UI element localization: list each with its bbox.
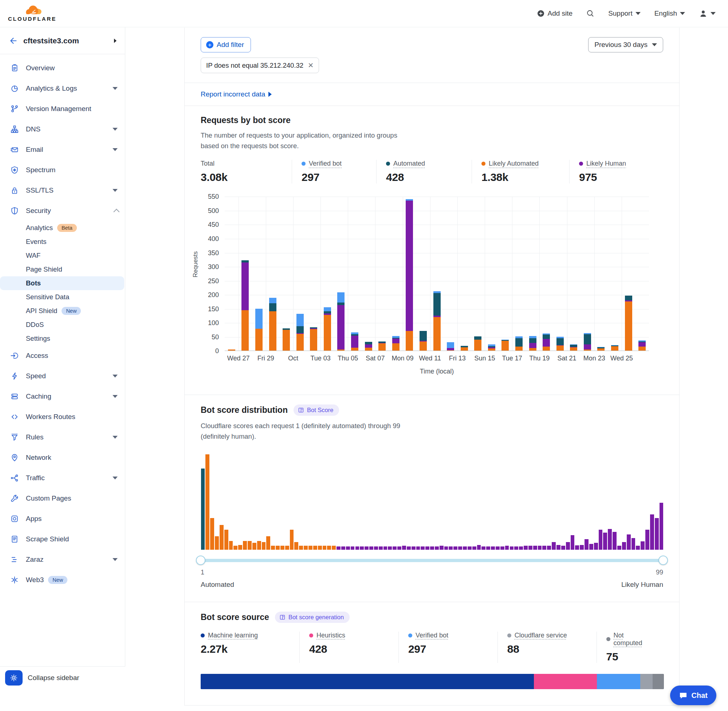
stacked-bar[interactable] <box>255 309 263 351</box>
sidebar-item-zaraz[interactable]: Zaraz <box>0 549 125 570</box>
remove-filter-icon[interactable]: ✕ <box>308 61 313 69</box>
sidebar-item-access[interactable]: Access <box>0 345 125 366</box>
stacked-bar[interactable] <box>488 344 495 351</box>
legend-dot <box>201 633 205 637</box>
stacked-bar[interactable] <box>584 333 591 351</box>
stat-label[interactable]: Heuristics <box>316 631 345 639</box>
support-menu[interactable]: Support <box>608 9 641 18</box>
language-menu[interactable]: English <box>654 9 685 18</box>
report-incorrect-data-link[interactable]: Report incorrect data <box>201 90 272 98</box>
sidebar-item-label: Spectrum <box>26 166 55 174</box>
stat-label[interactable]: Likely Automated <box>489 160 539 167</box>
sidebar-subitem-ddos[interactable]: DDoS <box>0 318 125 332</box>
stacked-bar[interactable] <box>269 298 276 351</box>
sidebar-item-speed[interactable]: Speed <box>0 366 125 386</box>
sidebar-item-workers-routes[interactable]: Workers Routes <box>0 407 125 427</box>
sidebar-item-spectrum[interactable]: Spectrum <box>0 160 125 180</box>
stat-label[interactable]: Likely Human <box>586 160 626 167</box>
sidebar-subitem-api-shield[interactable]: API ShieldNew <box>0 304 125 318</box>
sidebar-item-overview[interactable]: Overview <box>0 58 125 78</box>
slider-handle-max[interactable] <box>659 556 668 565</box>
search-button[interactable] <box>586 9 594 18</box>
add-filter-button[interactable]: + Add filter <box>201 37 251 52</box>
stat-label[interactable]: Verified bot <box>309 160 342 167</box>
account-menu[interactable] <box>699 9 716 18</box>
histogram-bar-score-18 <box>281 546 284 549</box>
bot-score-generation-doc-badge[interactable]: Bot score generation <box>275 612 350 623</box>
sidebar-item-security[interactable]: Security <box>0 201 125 221</box>
stacked-bar[interactable] <box>557 337 564 351</box>
x-axis-tick: Sun 15 <box>474 355 495 362</box>
stacked-bar[interactable] <box>419 331 427 351</box>
stacked-bar[interactable] <box>461 346 468 351</box>
sidebar-subitem-analytics[interactable]: AnalyticsBeta <box>0 221 125 235</box>
y-axis-title: Requests <box>192 252 199 278</box>
sidebar-item-web3[interactable]: Web3New <box>0 570 125 590</box>
stacked-bar[interactable] <box>529 336 536 351</box>
stacked-bar[interactable] <box>638 341 646 351</box>
stacked-bar[interactable] <box>392 336 400 351</box>
back-arrow-icon[interactable] <box>9 36 18 45</box>
stacked-bar[interactable] <box>241 260 249 351</box>
sidebar-subitem-settings[interactable]: Settings <box>0 332 125 345</box>
stat-value: 75 <box>606 651 653 663</box>
slider-handle-min[interactable] <box>196 556 205 565</box>
sidebar-item-analytics-logs[interactable]: Analytics & Logs <box>0 78 125 99</box>
slider-track[interactable] <box>201 559 663 562</box>
collapse-sidebar-label[interactable]: Collapse sidebar <box>28 674 80 682</box>
sidebar-item-custom-pages[interactable]: Custom Pages <box>0 488 125 509</box>
stacked-bar[interactable] <box>228 350 235 351</box>
sidebar-item-network[interactable]: Network <box>0 447 125 468</box>
sidebar-subitem-waf[interactable]: WAF <box>0 249 125 263</box>
chevron-right-icon[interactable] <box>112 38 118 44</box>
stacked-bar[interactable] <box>324 307 331 351</box>
stacked-bar[interactable] <box>625 296 632 351</box>
stacked-bar[interactable] <box>337 292 344 351</box>
stacked-bar[interactable] <box>474 336 481 351</box>
sidebar-subitem-events[interactable]: Events <box>0 235 125 249</box>
settings-gear-button[interactable] <box>5 670 22 686</box>
sidebar-item-email[interactable]: Email <box>0 139 125 160</box>
stacked-bar[interactable] <box>597 347 604 351</box>
stat-label[interactable]: Cloudflare service <box>515 631 567 639</box>
stacked-bar[interactable] <box>283 328 290 351</box>
bot-score-doc-badge[interactable]: Bot Score <box>294 404 339 416</box>
stacked-bar[interactable] <box>611 345 619 351</box>
stacked-bar[interactable] <box>502 340 509 351</box>
cloudflare-logo[interactable]: CLOUDFLARE <box>8 6 56 22</box>
stacked-bar[interactable] <box>543 333 550 351</box>
sidebar-item-caching[interactable]: Caching <box>0 386 125 407</box>
bot-score-histogram[interactable] <box>201 454 663 550</box>
sidebar-item-ssl-tls[interactable]: SSL/TLS <box>0 180 125 201</box>
stat-label[interactable]: Machine learning <box>208 631 258 639</box>
stacked-bar[interactable] <box>351 332 358 351</box>
sidebar-item-apps[interactable]: Apps <box>0 509 125 529</box>
stacked-bar[interactable] <box>310 327 317 351</box>
sidebar-subitem-sensitive-data[interactable]: Sensitive Data <box>0 290 125 304</box>
chart-plot-area: 050100150200250300350400450500550Wed 27F… <box>225 196 649 351</box>
sidebar-item-traffic[interactable]: Traffic <box>0 468 125 488</box>
stat-label[interactable]: Not computed <box>614 631 653 647</box>
stacked-bar[interactable] <box>570 344 577 351</box>
stacked-bar[interactable] <box>406 199 413 351</box>
sidebar-item-scrape-shield[interactable]: Scrape Shield <box>0 529 125 549</box>
stat-label[interactable]: Verified bot <box>415 631 448 639</box>
sidebar-item-dns[interactable]: DNS <box>0 119 125 139</box>
stacked-bar[interactable] <box>297 314 304 351</box>
stacked-bar[interactable] <box>378 341 386 351</box>
stacked-bar[interactable] <box>447 342 454 351</box>
sidebar-item-rules[interactable]: Rules <box>0 427 125 447</box>
add-site-button[interactable]: Add site <box>537 9 573 18</box>
filter-chip[interactable]: IP does not equal 35.212.240.32 ✕ <box>201 58 319 73</box>
chat-button[interactable]: Chat <box>670 686 716 705</box>
stacked-bar[interactable] <box>515 336 523 351</box>
requests-bar-chart[interactable]: 050100150200250300350400450500550Wed 27F… <box>201 196 663 382</box>
date-range-select[interactable]: Previous 30 days <box>588 37 663 52</box>
stacked-bar[interactable] <box>365 342 372 351</box>
sidebar-subitem-page-shield[interactable]: Page Shield <box>0 263 125 276</box>
source-stacked-bar[interactable] <box>201 674 664 689</box>
stacked-bar[interactable] <box>433 291 441 351</box>
sidebar-item-version-management[interactable]: Version Management <box>0 99 125 119</box>
sidebar-subitem-bots[interactable]: Bots <box>0 276 124 290</box>
stat-label[interactable]: Automated <box>393 160 425 167</box>
